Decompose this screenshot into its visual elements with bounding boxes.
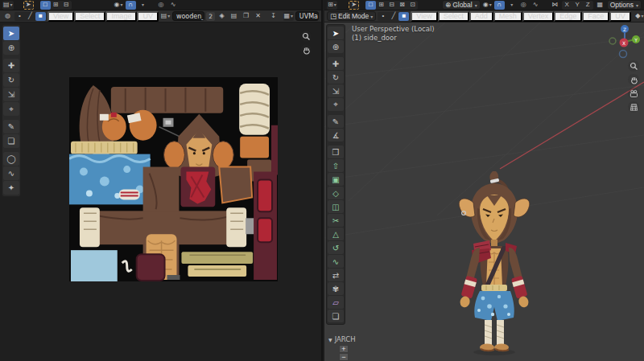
select-option-mode-subtract[interactable]: ⊟ <box>386 1 397 10</box>
uv-select-mode-uv-face-select[interactable]: ■ <box>35 12 46 21</box>
select-option-mode-set[interactable]: □ <box>365 1 376 10</box>
vp-tool-cursor[interactable]: ⊕ <box>328 40 344 53</box>
symmetry-toggle[interactable]: ⋈ <box>550 1 560 10</box>
character-model[interactable] <box>443 169 547 359</box>
menu-add[interactable]: Add <box>469 11 493 22</box>
vp-tool-measure[interactable]: ∡ <box>328 129 344 142</box>
uv-editor-type-dropdown[interactable]: ▤▾ <box>2 1 14 10</box>
uv-active-tool-button[interactable]: ➤ <box>23 1 34 10</box>
vp-tool-knife[interactable]: ✂ <box>328 214 344 227</box>
vp-select-mode-vertex-select[interactable]: • <box>378 12 388 21</box>
vp-tool-add-cube[interactable]: ❒ <box>328 146 344 158</box>
vp-tool-loop-cut[interactable]: ◫ <box>328 200 344 213</box>
vp-active-tool-button[interactable]: ➤ <box>349 1 359 10</box>
menu-face[interactable]: Face <box>582 11 609 22</box>
select-option-mode-extend[interactable]: ⊞ <box>376 1 386 10</box>
vp-pivot-dropdown[interactable]: ◉▾ <box>482 1 493 10</box>
gizmos-dropdown[interactable]: ◆▾ <box>634 12 644 21</box>
pin-button[interactable]: ↧ <box>268 12 279 21</box>
vp-snap-settings-dropdown[interactable]: ▾ <box>506 1 517 10</box>
uv-select-mode-uv-vertex-select[interactable]: • <box>14 12 25 21</box>
bottom-panel-header[interactable]: ▼ JARCH <box>328 335 356 343</box>
vp-tool-rip-region[interactable]: ❏ <box>328 310 344 322</box>
select-option-mode-difference[interactable]: ⊠ <box>397 1 407 10</box>
uv-snap-toggle[interactable]: ∩ <box>126 1 136 10</box>
vp-tool-shear[interactable]: ▱ <box>328 296 344 309</box>
menu-view[interactable]: View <box>47 11 74 22</box>
menu-select[interactable]: Select <box>438 11 469 22</box>
uv-tool-annotate[interactable]: ✎ <box>3 120 19 133</box>
camera-view-icon[interactable] <box>628 88 639 99</box>
uv-editor-icon-button[interactable]: ◍ <box>2 12 13 21</box>
orientation-dropdown[interactable]: ⊕ Global ▾ <box>442 0 481 10</box>
open-image-button[interactable]: ❐ <box>241 12 251 21</box>
uv-tool-relax[interactable]: ∿ <box>3 166 19 180</box>
uv-select-mode-uv-edge-select[interactable]: ╱ <box>25 12 35 21</box>
menu-vertex[interactable]: Vertex <box>522 11 555 22</box>
image-browse-dropdown[interactable]: ▤▾ <box>160 12 171 21</box>
uv-tool-rotate[interactable]: ↻ <box>3 73 19 87</box>
fake-user-button[interactable]: ◈ <box>217 12 227 21</box>
uv-proportional-edit-toggle[interactable]: ◎ <box>156 1 167 10</box>
menu-image[interactable]: Image <box>105 11 137 22</box>
vp-tool-shrink-fatten[interactable]: ✾ <box>328 282 344 295</box>
vp-editor-type-dropdown[interactable]: ⊞▾ <box>327 1 337 10</box>
uv-tool-rip-region[interactable]: ❏ <box>3 134 19 148</box>
menu-view[interactable]: View <box>411 11 437 22</box>
uv-tool-tweak[interactable]: ➤ <box>3 27 19 40</box>
mirror-axis-z[interactable]: Z <box>583 1 593 10</box>
vp-tool-extrude-region[interactable]: ⇧ <box>328 159 344 172</box>
zoom-in-button[interactable]: + <box>339 345 349 353</box>
vp-tool-bevel[interactable]: ◇ <box>328 187 344 199</box>
sticky-mode-sticky-shared-location[interactable]: ⊞ <box>51 1 61 10</box>
pan-hand-icon[interactable] <box>300 44 312 55</box>
uv-tool-cursor[interactable]: ⊕ <box>3 41 19 55</box>
vp-tool-inset-faces[interactable]: ▣ <box>328 173 344 186</box>
uv-falloff-dropdown[interactable]: ∿ <box>168 1 179 10</box>
viewport-canvas[interactable]: ➤⊕✚↻⇲⌖✎∡❒⇧▣◇◫✂△↺∿⇄✾▱❏ User Perspective (… <box>324 23 644 361</box>
sticky-mode-sticky-shared-vertex[interactable]: ⊟ <box>61 1 72 10</box>
image-users-badge[interactable]: 2 <box>206 12 215 21</box>
uv-tool-pinch[interactable]: ✦ <box>3 181 19 195</box>
uv-canvas[interactable]: ➤⊕✚↻⇲⌖✎❏◯∿✦ <box>0 23 321 361</box>
vp-tool-move[interactable]: ✚ <box>328 57 344 70</box>
mirror-axis-y[interactable]: Y <box>572 1 583 10</box>
vp-proportional-edit-toggle[interactable]: ◎ <box>518 1 529 10</box>
pan-hand-icon[interactable] <box>628 74 639 85</box>
vp-tool-transform[interactable]: ⌖ <box>328 98 344 111</box>
vp-tool-annotate[interactable]: ✎ <box>328 115 344 128</box>
vp-tool-smooth[interactable]: ∿ <box>328 255 344 268</box>
menu-edge[interactable]: Edge <box>554 11 582 22</box>
texture-image[interactable] <box>69 77 278 283</box>
menu-select[interactable]: Select <box>74 11 105 22</box>
uv-tool-move[interactable]: ✚ <box>3 59 19 72</box>
mirror-axis-x[interactable]: X <box>562 1 572 10</box>
uv-tool-scale[interactable]: ⇲ <box>3 88 19 101</box>
uv-tool-grab[interactable]: ◯ <box>3 152 19 166</box>
navigation-gizmo[interactable]: Z X Y <box>609 23 642 61</box>
zoom-out-button[interactable]: − <box>339 353 349 361</box>
perspective-toggle-icon[interactable] <box>628 101 639 113</box>
uv-snap-settings-dropdown[interactable]: ▾ <box>138 1 148 10</box>
uvmap-field[interactable]: UVMap <box>295 11 319 21</box>
zoom-icon[interactable] <box>628 60 639 72</box>
vp-tool-select-box[interactable]: ➤ <box>328 27 344 39</box>
image-name-field[interactable]: wooden_planks_08_color.png <box>172 11 204 21</box>
mode-dropdown[interactable]: ◳ Edit Mode ▾ <box>327 11 376 21</box>
select-option-mode-intersect[interactable]: ⊡ <box>407 1 418 10</box>
menu-mesh[interactable]: Mesh <box>493 11 522 22</box>
vp-snap-toggle[interactable]: ∩ <box>494 1 505 10</box>
sticky-mode-sticky-disabled[interactable]: □ <box>40 1 51 10</box>
unlink-image-button[interactable]: ✕ <box>253 12 263 21</box>
new-image-button[interactable]: ▤ <box>229 12 239 21</box>
menu-uv[interactable]: UV <box>137 11 159 22</box>
display-channels-dropdown[interactable]: ▦▾ <box>283 12 294 21</box>
vp-tool-edge-slide[interactable]: ⇄ <box>328 269 344 281</box>
vp-tool-spin[interactable]: ↺ <box>328 241 344 254</box>
vp-falloff-dropdown[interactable]: ∿ <box>530 1 541 10</box>
vp-select-mode-face-select[interactable]: ■ <box>398 12 409 21</box>
uv-tool-transform[interactable]: ⌖ <box>3 102 19 116</box>
menu-uv[interactable]: UV <box>609 11 631 22</box>
vp-tool-rotate[interactable]: ↻ <box>328 71 344 84</box>
options-dropdown[interactable]: Options ▾ <box>607 0 642 10</box>
